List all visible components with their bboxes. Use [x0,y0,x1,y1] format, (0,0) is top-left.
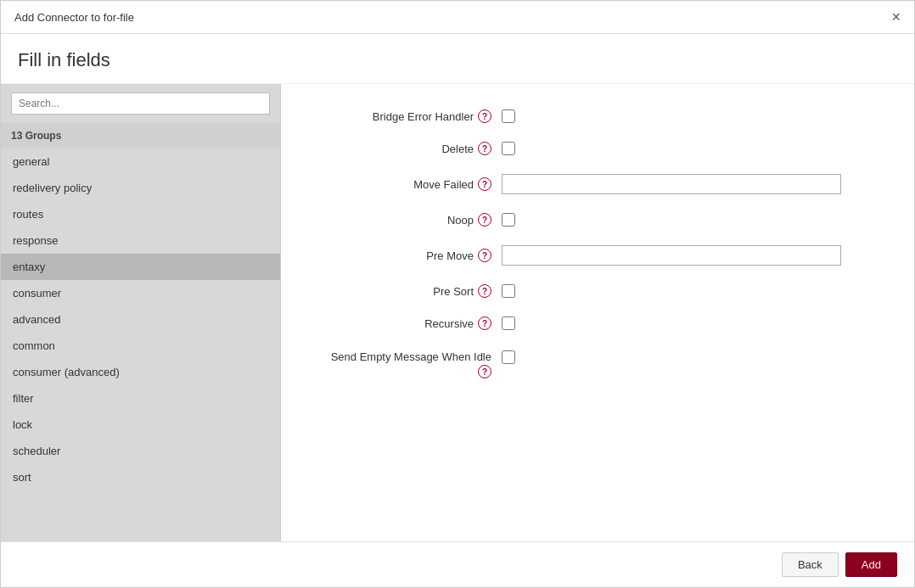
sidebar-item-redelivery-policy[interactable]: redelivery policy [1,175,280,201]
sidebar-item-consumer-advanced[interactable]: consumer (advanced) [1,359,280,385]
sidebar-item-advanced[interactable]: advanced [1,306,280,333]
delete-label: Delete [441,143,474,155]
sidebar-item-response[interactable]: response [1,227,280,254]
field-row-move-failed: Move Failed ? [315,174,880,194]
modal-dialog: Add Connector to for-file × Fill in fiel… [0,0,915,588]
pre-move-input[interactable] [502,245,841,266]
modal-title: Add Connector to for-file [14,11,134,24]
recursive-help-icon[interactable]: ? [478,316,491,330]
noop-checkbox[interactable] [502,213,515,227]
delete-help-icon[interactable]: ? [478,142,491,155]
field-control-move-failed [502,174,841,194]
move-failed-input[interactable] [502,174,841,194]
move-failed-help-icon[interactable]: ? [478,177,491,191]
sidebar-item-scheduler[interactable]: scheduler [1,438,280,464]
sidebar-item-lock[interactable]: lock [1,412,280,438]
field-row-bridge-error-handler: Bridge Error Handler ? [315,109,880,123]
close-button[interactable]: × [891,9,901,25]
field-control-noop [502,213,515,227]
field-row-noop: Noop ? [315,213,880,227]
sidebar-item-entaxy[interactable]: entaxy [1,254,280,280]
field-label-delete: Delete ? [315,142,502,155]
sidebar-item-filter[interactable]: filter [1,385,280,412]
group-header: 13 Groups [1,123,280,148]
sidebar-item-general[interactable]: general [1,148,280,175]
modal-header: Add Connector to for-file × [1,1,914,34]
modal-footer: Back Add [1,541,914,587]
move-failed-label: Move Failed [413,178,474,191]
search-input[interactable] [11,92,270,115]
sidebar-item-sort[interactable]: sort [1,464,280,490]
pre-sort-checkbox[interactable] [502,284,515,298]
recursive-checkbox[interactable] [502,316,515,330]
sidebar-item-common[interactable]: common [1,333,280,359]
main-content: Bridge Error Handler ? Delete ? [281,84,914,541]
send-empty-message-help-icon[interactable]: ? [478,365,491,378]
field-row-recursive: Recursive ? [315,316,880,330]
page-title: Fill in fields [1,34,914,84]
field-label-recursive: Recursive ? [315,316,502,330]
pre-sort-help-icon[interactable]: ? [478,284,491,298]
recursive-label: Recursive [424,317,474,330]
modal-body: 13 Groups general redelivery policy rout… [1,84,914,541]
bridge-error-handler-help-icon[interactable]: ? [478,109,491,123]
pre-sort-label: Pre Sort [433,285,474,298]
add-button[interactable]: Add [845,552,897,577]
bridge-error-handler-label: Bridge Error Handler [373,110,474,123]
sidebar-item-consumer[interactable]: consumer [1,280,280,306]
field-control-pre-move [502,245,841,266]
noop-label: Noop [447,214,474,227]
field-row-pre-sort: Pre Sort ? [315,284,880,298]
field-label-send-empty-message: Send Empty Message When Idle ? [315,349,502,378]
field-label-bridge-error-handler: Bridge Error Handler ? [315,109,502,123]
delete-checkbox[interactable] [502,142,515,155]
field-label-pre-move: Pre Move ? [315,249,502,262]
field-row-send-empty-message: Send Empty Message When Idle ? [315,349,880,378]
field-row-delete: Delete ? [315,142,880,155]
pre-move-label: Pre Move [426,249,474,262]
sidebar: 13 Groups general redelivery policy rout… [1,84,281,541]
field-label-noop: Noop ? [315,213,502,227]
search-container [1,84,280,123]
field-control-pre-sort [502,284,515,298]
field-control-send-empty-message [502,349,515,364]
field-control-recursive [502,316,515,330]
field-control-delete [502,142,515,155]
field-control-bridge-error-handler [502,109,515,123]
field-label-pre-sort: Pre Sort ? [315,284,502,298]
bridge-error-handler-checkbox[interactable] [502,109,515,123]
send-empty-message-checkbox[interactable] [502,350,515,364]
field-row-pre-move: Pre Move ? [315,245,880,266]
noop-help-icon[interactable]: ? [478,213,491,227]
pre-move-help-icon[interactable]: ? [478,249,491,262]
send-empty-message-label: Send Empty Message When Idle [331,350,491,363]
sidebar-item-routes[interactable]: routes [1,201,280,227]
back-button[interactable]: Back [782,552,839,577]
field-label-move-failed: Move Failed ? [315,177,502,191]
